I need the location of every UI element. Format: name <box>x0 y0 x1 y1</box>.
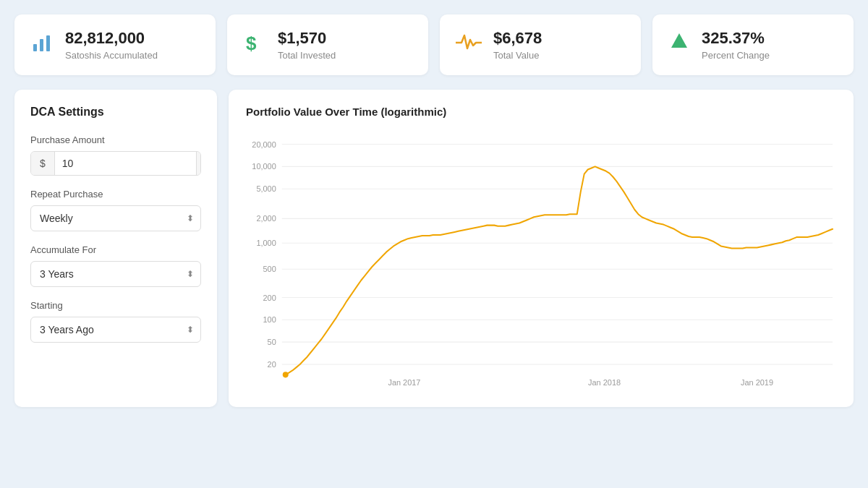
svg-text:Jan 2018: Jan 2018 <box>588 378 621 387</box>
pulse-icon <box>456 33 482 58</box>
satoshis-card: 82,812,000 Satoshis Accumulated <box>14 14 216 75</box>
settings-title: DCA Settings <box>30 106 201 119</box>
invested-card: $ $1,570 Total Invested <box>227 14 428 75</box>
main-area: DCA Settings Purchase Amount $ .00 Repea… <box>14 90 854 407</box>
portfolio-chart: 20,000 10,000 5,000 2,000 1,000 500 200 … <box>246 131 836 391</box>
repeat-purchase-label: Repeat Purchase <box>30 189 201 200</box>
chart-container: 20,000 10,000 5,000 2,000 1,000 500 200 … <box>246 131 836 391</box>
starting-group: Starting 3 Years Ago 1 Year Ago 2 Years … <box>30 300 201 343</box>
svg-text:1,000: 1,000 <box>256 239 276 248</box>
purchase-amount-input[interactable] <box>55 152 196 175</box>
top-cards-section: 82,812,000 Satoshis Accumulated $ $1,570… <box>14 14 854 75</box>
svg-rect-1 <box>40 39 43 51</box>
accumulate-for-select[interactable]: 3 Years 1 Year 2 Years 5 Years <box>30 261 201 287</box>
satoshis-content: 82,812,000 Satoshis Accumulated <box>65 29 158 61</box>
svg-text:Jan 2019: Jan 2019 <box>741 378 773 387</box>
svg-text:Jan 2017: Jan 2017 <box>388 378 420 387</box>
chart-start-dot <box>283 372 289 378</box>
percent-change-card: 325.37% Percent Change <box>652 14 854 75</box>
accumulate-for-wrapper: 3 Years 1 Year 2 Years 5 Years ⬍ <box>30 261 201 287</box>
svg-text:100: 100 <box>263 316 276 325</box>
svg-marker-4 <box>671 33 687 48</box>
purchase-amount-suffix: .00 <box>196 152 201 175</box>
total-value-label: Total Value <box>493 50 542 61</box>
repeat-purchase-group: Repeat Purchase Weekly Daily Monthly ⬍ <box>30 189 201 231</box>
starting-wrapper: 3 Years Ago 1 Year Ago 2 Years Ago 5 Yea… <box>30 317 201 343</box>
invested-content: $1,570 Total Invested <box>278 29 336 61</box>
svg-text:500: 500 <box>263 265 276 274</box>
repeat-purchase-select[interactable]: Weekly Daily Monthly <box>30 205 201 231</box>
svg-text:10,000: 10,000 <box>252 163 276 171</box>
repeat-purchase-wrapper: Weekly Daily Monthly ⬍ <box>30 205 201 231</box>
dollar-icon: $ <box>243 31 266 59</box>
satoshis-value: 82,812,000 <box>65 29 158 48</box>
svg-text:5,000: 5,000 <box>256 185 276 194</box>
total-value-content: $6,678 Total Value <box>493 29 542 61</box>
svg-text:$: $ <box>246 33 257 54</box>
percent-change-label: Percent Change <box>702 50 770 61</box>
svg-text:20: 20 <box>268 360 276 369</box>
svg-text:2,000: 2,000 <box>256 215 276 223</box>
purchase-amount-label: Purchase Amount <box>30 134 201 145</box>
percent-change-content: 325.37% Percent Change <box>702 29 770 61</box>
settings-panel: DCA Settings Purchase Amount $ .00 Repea… <box>14 90 217 407</box>
satoshis-label: Satoshis Accumulated <box>65 50 158 61</box>
svg-rect-0 <box>33 44 37 51</box>
purchase-amount-prefix: $ <box>31 152 55 175</box>
svg-text:50: 50 <box>268 338 276 346</box>
percent-change-value: 325.37% <box>702 29 770 48</box>
invested-label: Total Invested <box>278 50 336 61</box>
total-value-card: $6,678 Total Value <box>440 14 641 75</box>
chart-title: Portfolio Value Over Time (logarithmic) <box>246 106 836 118</box>
svg-text:200: 200 <box>263 294 276 302</box>
svg-rect-2 <box>46 35 50 51</box>
starting-select[interactable]: 3 Years Ago 1 Year Ago 2 Years Ago 5 Yea… <box>30 317 201 343</box>
starting-label: Starting <box>30 300 201 311</box>
bar-chart-icon <box>30 31 54 59</box>
total-value-value: $6,678 <box>493 29 542 48</box>
invested-value: $1,570 <box>278 29 336 48</box>
purchase-amount-group: Purchase Amount $ .00 <box>30 134 201 176</box>
chart-line <box>286 167 833 375</box>
arrow-up-icon <box>668 32 690 59</box>
accumulate-for-group: Accumulate For 3 Years 1 Year 2 Years 5 … <box>30 244 201 287</box>
svg-text:20,000: 20,000 <box>252 140 276 149</box>
chart-panel: Portfolio Value Over Time (logarithmic) … <box>229 90 854 407</box>
accumulate-for-label: Accumulate For <box>30 244 201 255</box>
purchase-amount-input-wrapper: $ .00 <box>30 151 201 176</box>
